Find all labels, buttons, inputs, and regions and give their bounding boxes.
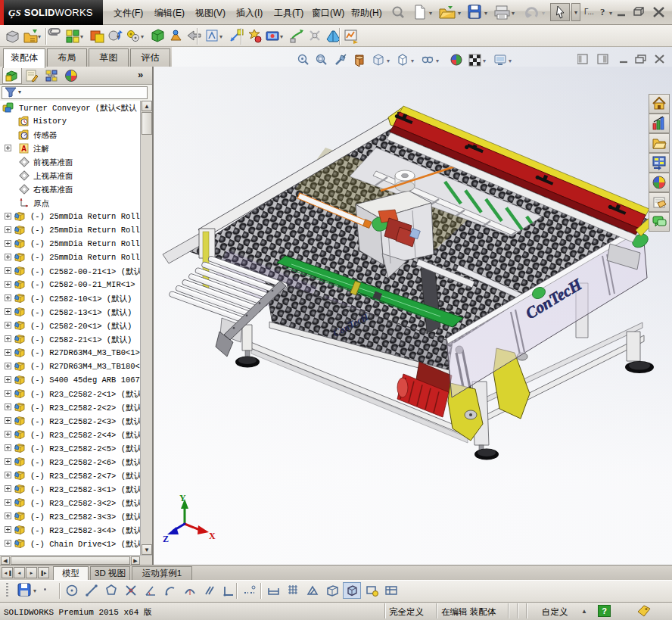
svg-text:Z: Z	[163, 534, 169, 544]
svg-text:X: X	[209, 531, 216, 541]
svg-text:A: A	[21, 145, 26, 153]
svg-text:Y: Y	[179, 493, 186, 503]
